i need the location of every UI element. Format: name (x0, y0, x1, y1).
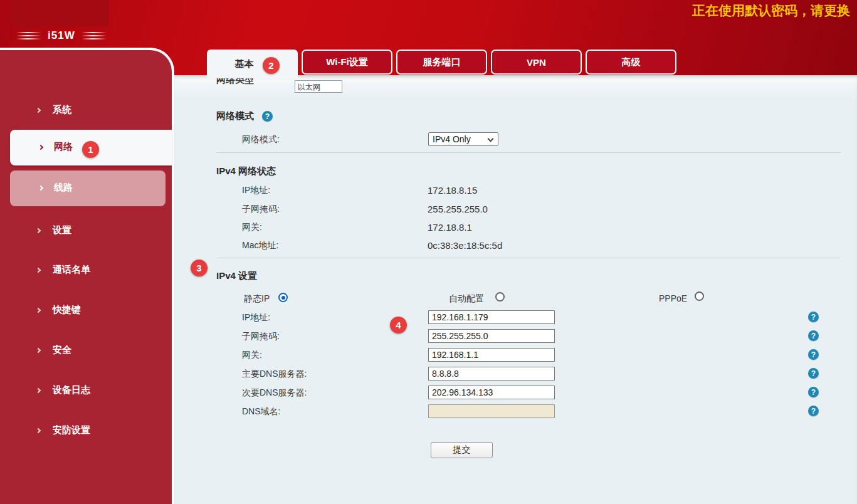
secondary-dns-field-help-icon[interactable]: ? (808, 387, 819, 397)
default-password-warning: 正在使用默认密码，请更换 (692, 2, 850, 19)
status-netmask-label: 子网掩码: (242, 204, 280, 215)
static-ip-radio[interactable] (278, 293, 288, 302)
sidebar-item-system-label: 系统 (53, 104, 71, 116)
secondary-dns-field-input[interactable] (428, 386, 555, 399)
primary-dns-field-input[interactable] (428, 367, 555, 381)
annotation-marker-4: 4 (390, 317, 407, 333)
chevron-right-icon (38, 186, 43, 191)
chevron-right-icon (38, 145, 43, 150)
sidebar-item-network-label: 网络 (54, 141, 73, 153)
dns-domain-field-help-icon[interactable]: ? (808, 406, 819, 416)
pppoe-radio-label: PPPoE (659, 293, 687, 303)
ip-field-label: IP地址: (242, 312, 270, 323)
annotation-marker-3: 3 (191, 260, 208, 276)
sidebar-item-line[interactable]: 线路 (10, 171, 166, 206)
status-netmask-value: 255.255.255.0 (428, 204, 488, 214)
main-content-panel: 网络类型 以太网 网络模式 ? 网络模式: IPv4 Only IPv4 网络状… (174, 75, 857, 504)
dns-domain-field-input (428, 404, 555, 418)
sidebar-item-security-settings[interactable]: 安防设置 (0, 424, 172, 439)
field-row-gateway: 网关: ? (174, 348, 857, 363)
chevron-right-icon (36, 348, 41, 353)
tab-wifi-settings-label: Wi-Fi设置 (326, 56, 368, 68)
field-row-netmask: 子网掩码: ? (174, 329, 857, 344)
clipped-top-row: 网络类型 以太网 (174, 78, 613, 95)
status-mac-value: 0c:38:3e:18:5c:5d (428, 240, 502, 251)
auto-config-radio-label: 自动配置 (449, 293, 484, 305)
sidebar-nav: 系统 网络 线路 设置 通话名单 快捷键 安全 设备日志 安防设置 (0, 48, 174, 504)
sidebar-item-device-log-label: 设备日志 (53, 384, 90, 396)
static-ip-radio-label: 静态IP (244, 293, 270, 305)
tab-vpn[interactable]: VPN (491, 50, 582, 75)
sidebar-item-call-list-label: 通话名单 (53, 264, 90, 276)
netmask-field-input[interactable] (428, 329, 555, 343)
auto-config-radio[interactable] (495, 292, 505, 302)
field-row-primary-dns: 主要DNS服务器: ? (174, 367, 857, 382)
section-title-network-mode: 网络模式 (216, 110, 254, 122)
tab-basic-label: 基本 (235, 58, 254, 70)
sidebar-item-system[interactable]: 系统 (0, 103, 172, 118)
tab-advanced-label: 高级 (622, 56, 641, 68)
chevron-right-icon (36, 308, 41, 313)
sidebar-item-security[interactable]: 安全 (0, 344, 172, 359)
sidebar-item-function-key[interactable]: 快捷键 (0, 303, 172, 318)
divider (216, 152, 841, 153)
chevron-right-icon (36, 108, 41, 113)
sidebar-item-security-label: 安全 (53, 344, 71, 356)
ip-field-help-icon[interactable]: ? (808, 312, 819, 322)
status-gateway-label: 网关: (242, 222, 262, 233)
device-logo: i51W (16, 29, 107, 42)
chevron-right-icon (36, 388, 41, 393)
network-mode-select[interactable]: IPv4 Only (428, 132, 498, 146)
tab-vpn-label: VPN (527, 57, 546, 68)
sidebar-item-function-key-label: 快捷键 (53, 304, 81, 316)
section-title-ipv4-status: IPv4 网络状态 (216, 165, 276, 177)
sidebar-item-device-log[interactable]: 设备日志 (0, 384, 172, 399)
logo-speed-lines-left (16, 32, 41, 39)
chevron-right-icon (36, 428, 41, 433)
sidebar-item-settings[interactable]: 设置 (0, 224, 172, 239)
network-mode-label: 网络模式: (242, 134, 280, 145)
field-row-secondary-dns: 次要DNS服务器: ? (174, 386, 857, 401)
gateway-field-help-icon[interactable]: ? (808, 349, 819, 360)
status-mac-label: Mac地址: (242, 240, 278, 251)
gateway-field-input[interactable] (428, 348, 555, 362)
tab-service-port[interactable]: 服务端口 (396, 50, 487, 75)
dns-domain-field-label: DNS域名: (242, 406, 280, 417)
annotation-marker-2: 2 (263, 57, 280, 74)
chevron-right-icon (36, 268, 41, 273)
primary-dns-field-help-icon[interactable]: ? (808, 368, 819, 379)
field-row-dns-domain: DNS域名: ? (174, 404, 857, 419)
chevron-down-icon (488, 136, 494, 142)
tab-advanced[interactable]: 高级 (586, 50, 676, 75)
clipped-top-row-label: 网络类型 (216, 78, 254, 86)
device-model-label: i51W (48, 29, 75, 42)
secondary-dns-field-label: 次要DNS服务器: (242, 387, 307, 399)
submit-button[interactable]: 提交 (431, 442, 493, 458)
network-mode-select-value: IPv4 Only (433, 134, 471, 144)
sidebar-item-line-label: 线路 (54, 182, 73, 194)
clipped-top-row-select[interactable]: 以太网 (295, 80, 342, 93)
logo-speed-lines-right (81, 32, 107, 39)
status-gateway-value: 172.18.8.1 (428, 222, 472, 233)
sidebar-item-settings-label: 设置 (53, 224, 71, 236)
annotation-marker-1: 1 (82, 141, 99, 158)
tab-basic[interactable]: 基本 (207, 50, 298, 78)
sidebar-item-security-settings-label: 安防设置 (53, 424, 90, 436)
primary-dns-field-label: 主要DNS服务器: (242, 369, 307, 380)
network-mode-help-icon[interactable]: ? (262, 111, 273, 122)
gateway-field-label: 网关: (242, 350, 262, 361)
chevron-right-icon (36, 228, 41, 233)
ip-field-input[interactable] (428, 310, 555, 324)
netmask-field-help-icon[interactable]: ? (808, 330, 819, 341)
tab-wifi-settings[interactable]: Wi-Fi设置 (302, 50, 392, 75)
pppoe-radio[interactable] (695, 291, 704, 301)
status-ip-label: IP地址: (242, 185, 270, 196)
sidebar-item-call-list[interactable]: 通话名单 (0, 263, 172, 278)
divider (216, 258, 841, 258)
field-row-ip: IP地址: ? (174, 310, 857, 325)
status-ip-value: 172.18.8.15 (428, 185, 477, 196)
section-title-ipv4-settings: IPv4 设置 (216, 270, 257, 282)
netmask-field-label: 子网掩码: (242, 331, 280, 342)
logo-placeholder-block (11, 0, 109, 26)
tab-service-port-label: 服务端口 (423, 56, 461, 68)
